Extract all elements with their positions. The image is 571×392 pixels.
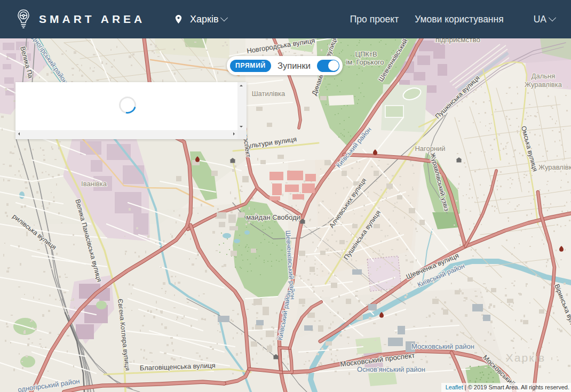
svg-text:ім. Горького: ім. Горького <box>346 58 384 66</box>
svg-text:Нагорний: Нагорний <box>415 145 445 153</box>
svg-text:Московський район: Московський район <box>411 342 474 350</box>
svg-text:Шатилівка: Шатилівка <box>252 90 286 98</box>
svg-text:майдан Свободи: майдан Свободи <box>246 213 300 221</box>
svg-text:Іванівка: Іванівка <box>81 180 107 188</box>
svg-text:ЦПКтВ: ЦПКтВ <box>355 50 377 58</box>
svg-text:Харків: Харків <box>506 351 545 364</box>
svg-text:Журавлівка: Журавлівка <box>525 81 562 89</box>
svg-text:Журавлівка: Журавлівка <box>538 163 571 171</box>
svg-text:Основ'янський район: Основ'янський район <box>357 365 425 373</box>
svg-text:підприємство: підприємство <box>435 38 480 44</box>
svg-text:Дальня: Дальня <box>532 72 556 80</box>
